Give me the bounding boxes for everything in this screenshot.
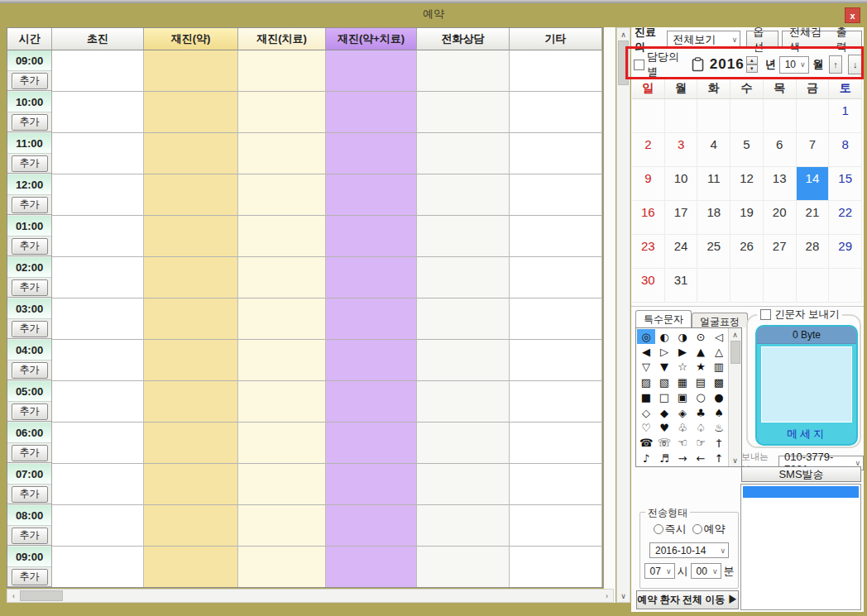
schedule-cell[interactable] <box>238 505 326 547</box>
options-button[interactable]: 옵션 <box>746 31 778 48</box>
schedule-cell[interactable] <box>417 381 510 423</box>
schedule-cell[interactable] <box>238 298 326 340</box>
sms-list-box[interactable] <box>740 484 861 610</box>
calendar-day[interactable]: 6 <box>764 133 797 167</box>
special-char[interactable]: ♡ <box>637 420 655 435</box>
calendar-day[interactable]: 14 <box>797 167 830 201</box>
special-char[interactable]: ▧ <box>655 375 673 389</box>
calendar-day[interactable]: 26 <box>730 235 764 269</box>
vertical-scrollbar[interactable]: ∧ ∨ <box>616 27 630 603</box>
calendar-day[interactable]: 27 <box>764 235 797 269</box>
schedule-cell[interactable] <box>326 133 417 174</box>
schedule-cell[interactable] <box>144 505 238 547</box>
schedule-cell[interactable] <box>52 464 144 505</box>
radio-icon[interactable] <box>654 524 663 534</box>
add-button[interactable]: 추가 <box>12 197 48 213</box>
transmission-date-select[interactable]: 2016-10-14 ∨ <box>649 542 729 558</box>
scroll-up-icon[interactable]: ∧ <box>617 28 630 41</box>
schedule-cell[interactable] <box>52 505 144 547</box>
schedule-cell[interactable] <box>510 423 602 464</box>
schedule-cell[interactable] <box>144 423 238 464</box>
schedule-cell[interactable] <box>144 257 238 298</box>
tab-special-chars[interactable]: 특수문자 <box>635 310 692 327</box>
calendar-day[interactable]: 23 <box>632 235 665 269</box>
by-doctor-checkbox[interactable] <box>634 60 644 70</box>
calendar-day[interactable]: 25 <box>697 235 730 269</box>
special-char[interactable]: ◈ <box>673 405 692 420</box>
horizontal-scrollbar[interactable]: ‹ › <box>7 589 614 603</box>
special-char[interactable]: ♣ <box>692 405 710 420</box>
schedule-cell[interactable] <box>52 298 144 340</box>
move-all-patients-button[interactable]: 예약 환자 전체 이동 ▶ <box>636 590 739 609</box>
scroll-down-icon[interactable]: ∨ <box>729 454 741 466</box>
calendar-day[interactable]: 1 <box>829 99 862 133</box>
special-char[interactable]: ★ <box>692 360 710 375</box>
schedule-cell[interactable] <box>238 464 326 505</box>
spinner-up-icon[interactable]: ▲ <box>746 56 758 64</box>
schedule-cell[interactable] <box>238 92 326 133</box>
add-button[interactable]: 추가 <box>12 404 48 420</box>
scroll-right-icon[interactable]: › <box>601 590 613 602</box>
schedule-cell[interactable] <box>326 547 417 588</box>
special-char[interactable]: ▣ <box>673 390 692 405</box>
calendar-day[interactable]: 13 <box>764 167 797 201</box>
schedule-cell[interactable] <box>238 381 326 423</box>
hour-select[interactable]: 07 ∨ <box>644 563 675 579</box>
special-char[interactable]: ▼ <box>655 360 673 375</box>
special-char[interactable]: ▥ <box>710 360 728 375</box>
schedule-cell[interactable] <box>417 547 510 588</box>
schedule-cell[interactable] <box>52 133 144 174</box>
special-char[interactable]: ☜ <box>673 436 692 451</box>
special-char[interactable]: ○ <box>692 390 710 405</box>
calendar-day[interactable]: 21 <box>797 201 830 235</box>
schedule-cell[interactable] <box>238 133 326 174</box>
schedule-cell[interactable] <box>326 174 417 216</box>
schedule-cell[interactable] <box>326 423 417 464</box>
special-char[interactable]: ♨ <box>710 420 728 435</box>
schedule-cell[interactable] <box>52 92 144 133</box>
scroll-up-icon[interactable]: ∧ <box>729 328 741 341</box>
calendar-day[interactable]: 20 <box>764 201 797 235</box>
schedule-cell[interactable] <box>510 50 602 92</box>
add-button[interactable]: 추가 <box>12 445 48 461</box>
special-char[interactable]: ↑ <box>710 451 728 466</box>
special-char[interactable]: ◇ <box>637 405 655 420</box>
calendar-day[interactable]: 3 <box>665 133 698 167</box>
schedule-cell[interactable] <box>238 50 326 92</box>
special-char[interactable]: ▤ <box>692 375 710 389</box>
special-char[interactable]: ▩ <box>710 375 728 389</box>
clipboard-icon[interactable] <box>692 57 704 72</box>
special-char[interactable]: ▷ <box>655 344 673 359</box>
schedule-cell[interactable] <box>52 547 144 588</box>
calendar-day[interactable]: 17 <box>665 201 698 235</box>
list-selected-row[interactable] <box>743 486 859 498</box>
calendar-day[interactable]: 22 <box>829 201 862 235</box>
close-button[interactable]: x <box>845 7 860 23</box>
add-button[interactable]: 추가 <box>12 114 48 131</box>
add-button[interactable]: 추가 <box>12 155 48 172</box>
calendar-day[interactable]: 7 <box>797 133 830 167</box>
doctor-select[interactable]: 전체보기 ∨ <box>667 31 740 48</box>
schedule-cell[interactable] <box>52 340 144 381</box>
calendar-day[interactable]: 2 <box>632 133 665 167</box>
schedule-cell[interactable] <box>417 133 510 174</box>
add-button[interactable]: 추가 <box>12 321 48 337</box>
schedule-cell[interactable] <box>238 257 326 298</box>
calendar-day[interactable]: 19 <box>730 201 764 235</box>
schedule-cell[interactable] <box>510 547 602 588</box>
special-char[interactable]: ▲ <box>692 344 710 359</box>
schedule-cell[interactable] <box>144 340 238 381</box>
schedule-cell[interactable] <box>510 505 602 547</box>
long-message-checkbox[interactable] <box>760 309 771 320</box>
special-char[interactable]: → <box>673 451 692 466</box>
schedule-cell[interactable] <box>326 216 417 257</box>
schedule-cell[interactable] <box>144 216 238 257</box>
schedule-cell[interactable] <box>510 340 602 381</box>
month-select[interactable]: 10 ∨ <box>779 56 809 74</box>
schedule-cell[interactable] <box>510 92 602 133</box>
schedule-cell[interactable] <box>510 174 602 216</box>
special-char[interactable]: ◁ <box>710 329 728 344</box>
schedule-cell[interactable] <box>238 547 326 588</box>
schedule-cell[interactable] <box>510 381 602 423</box>
schedule-cell[interactable] <box>326 381 417 423</box>
